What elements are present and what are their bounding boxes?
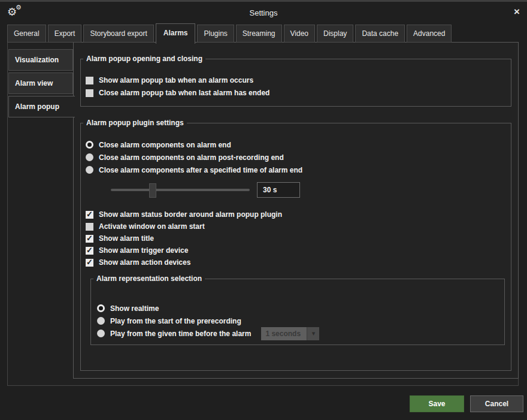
tab-alarms[interactable]: Alarms [156,23,196,44]
radio-dot [97,304,105,312]
tab-data-cache[interactable]: Data cache [355,25,405,43]
checkbox-box [86,77,93,84]
checkbox-box [86,223,93,231]
close-icon[interactable]: × [514,6,520,18]
side-tab-alarm-popup[interactable]: Alarm popup [8,96,75,117]
check-icon: ✓ [86,258,93,267]
checkbox-show-alarm-status-border[interactable]: ✓ Show alarm status border around alarm … [86,210,505,219]
checkbox-label: Show alarm action devices [99,258,190,267]
checkbox-close-alarm-popup-tab[interactable]: Close alarm popup tab when last alarm ha… [86,88,505,98]
tab-export[interactable]: Export [48,25,82,43]
radio-dot [86,141,93,149]
radio-close-after-specified-time[interactable]: Close alarm components after a specified… [86,165,505,175]
checkbox-label: Show alarm status border around alarm po… [99,210,282,219]
checkbox-box: ✓ [86,211,93,219]
radio-show-realtime[interactable]: Show realtime [97,303,498,313]
checkbox-box: ✓ [86,247,93,255]
side-tab-visualization[interactable]: Visualization [8,49,73,71]
seconds-dropdown[interactable]: 1 seconds ▾ [261,327,319,340]
radio-dot [86,166,93,174]
window-title: Settings [0,8,527,17]
radio-dot [86,153,93,161]
cancel-button[interactable]: Cancel [470,395,523,412]
close-time-slider-track[interactable] [111,189,250,191]
checkbox-show-alarm-action-devices[interactable]: ✓ Show alarm action devices [86,258,505,267]
group-alarm-popup-plugin-settings: Alarm popup plugin settings Close alarm … [80,119,511,371]
tab-general[interactable]: General [7,25,46,43]
checkbox-label: Close alarm popup tab when last alarm ha… [99,89,269,97]
close-time-slider-row [111,182,505,198]
radio-label: Play from the given time before the alar… [110,330,251,338]
check-icon: ✓ [86,246,93,255]
tab-advanced[interactable]: Advanced [407,25,452,43]
radio-label: Show realtime [110,304,159,313]
group-title: Alarm popup plugin settings [83,119,187,127]
checkbox-show-alarm-title[interactable]: ✓ Show alarm title [86,234,505,243]
settings-tabbar: General Export Storyboard export Alarms … [7,25,452,44]
chevron-down-icon: ▾ [307,327,319,340]
save-button[interactable]: Save [410,395,464,412]
group-title: Alarm popup opening and closing [83,55,205,63]
radio-label: Close alarm components on alarm end [99,141,231,149]
checkbox-label: Show alarm title [99,234,154,243]
alarm-popup-settings-panel: Alarm popup opening and closing Show ala… [73,42,519,379]
radio-label: Close alarm components after a specified… [99,166,302,174]
close-time-slider-thumb[interactable] [149,183,156,198]
seconds-dropdown-value: 1 seconds [261,327,307,340]
radio-play-from-prerecording-start[interactable]: Play from the start of the prerecording [97,316,498,326]
close-time-value-input[interactable] [257,182,300,198]
group-alarm-popup-opening-closing: Alarm popup opening and closing Show ala… [80,55,511,107]
checkbox-label: Show alarm popup tab when an alarm occur… [99,76,253,84]
tab-storyboard-export[interactable]: Storyboard export [83,25,153,43]
titlebar: ⚙ ⚙ Settings × [0,0,527,24]
checkbox-box: ✓ [86,259,93,267]
tab-streaming[interactable]: Streaming [236,25,282,43]
group-title: Alarm representation selection [93,274,205,283]
checkbox-show-alarm-popup-tab[interactable]: Show alarm popup tab when an alarm occur… [86,75,505,85]
radio-close-on-post-recording-end[interactable]: Close alarm components on alarm post-rec… [86,152,505,162]
checkbox-label: Activate window on alarm start [99,222,205,231]
tab-video[interactable]: Video [284,25,315,43]
check-icon: ✓ [86,234,93,243]
checkbox-box: ✓ [86,235,93,243]
radio-label: Close alarm components on alarm post-rec… [99,153,284,162]
radio-play-from-given-time[interactable]: Play from the given time before the alar… [97,328,498,339]
checkbox-label: Show alarm trigger device [99,246,188,255]
group-alarm-representation-selection: Alarm representation selection Show real… [90,274,505,345]
tab-plugins[interactable]: Plugins [197,25,234,43]
checkbox-activate-window-on-alarm-start[interactable]: Activate window on alarm start [86,222,505,231]
side-tab-alarm-view[interactable]: Alarm view [8,72,73,94]
tab-display[interactable]: Display [317,25,353,43]
check-icon: ✓ [86,210,93,219]
checkbox-show-alarm-trigger-device[interactable]: ✓ Show alarm trigger device [86,246,505,255]
radio-label: Play from the start of the prerecording [110,317,241,325]
radio-dot [97,317,105,325]
radio-dot [97,330,105,337]
radio-close-on-alarm-end[interactable]: Close alarm components on alarm end [86,140,505,150]
checkbox-box [86,89,93,97]
